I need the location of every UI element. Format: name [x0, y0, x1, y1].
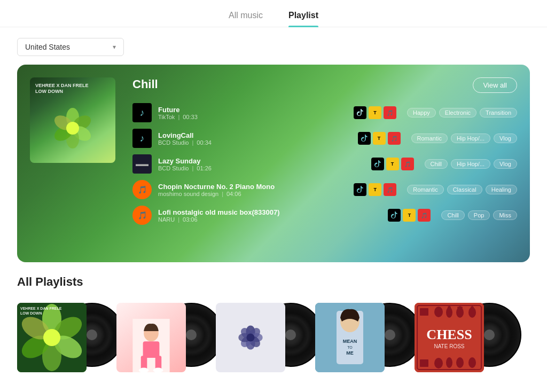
tiktok-platform-icon[interactable] [354, 183, 366, 196]
tiktok-platform-icon[interactable] [358, 132, 371, 145]
track-tags: Chill Pop Miss [441, 210, 517, 220]
svg-rect-43 [426, 309, 428, 313]
tag-happy: Happy [407, 108, 436, 117]
track-meta: moshimo sound design | 04:06 [158, 191, 347, 197]
svg-point-46 [448, 306, 451, 309]
svg-point-14 [43, 329, 60, 346]
track-row[interactable]: ♪ LovingCall BCD Studio | 00:34 T 🎵 [132, 126, 517, 151]
tiktok-platform-icon[interactable] [371, 158, 384, 170]
tag-transition: Transition [480, 108, 517, 117]
playlist-card-rose[interactable] [216, 297, 307, 372]
svg-text:NATE ROSS: NATE ROSS [434, 343, 464, 349]
album-cover-rose [216, 303, 285, 372]
svg-point-6 [66, 122, 79, 135]
separator: | [192, 165, 193, 171]
track-duration: 00:33 [183, 114, 198, 120]
tiktok-thumb-icon: ♪ [140, 133, 145, 144]
track-name: Future [158, 106, 347, 114]
region-dropdown[interactable]: United States ▾ [17, 38, 124, 56]
playlist-album-art [216, 297, 307, 372]
album-cover-lowdown: VEHREE X DAN FRELELOW DOWN [17, 303, 87, 372]
track-thumbnail: 🎵 [132, 206, 152, 225]
moshimo-thumb-icon: 🎵 [138, 185, 147, 194]
rose-graphic [232, 319, 269, 356]
svg-point-58 [446, 357, 452, 368]
playlist-album-art: GASLIGHT [116, 297, 207, 372]
svg-text:ME: ME [346, 350, 354, 356]
view-all-button[interactable]: View all [473, 77, 517, 93]
playlist-card-gaslight[interactable]: GASLIGHT [116, 297, 207, 372]
all-playlists-section: All Playlists VEHREE X DAN FRELELOW DOWN [0, 262, 547, 372]
tag-2: Miss [493, 210, 517, 220]
tiktok-platform-icon[interactable] [388, 209, 401, 222]
track-info: LovingCall BCD Studio | 00:34 [158, 131, 351, 146]
track-name: Lofi nostalgic old music box(833007) [158, 208, 381, 216]
playlist-card-mean[interactable]: MEAN TO ME [315, 297, 406, 372]
track-tags: Chill Hip Hop/... Vlog [425, 159, 517, 169]
track-row[interactable]: ♪ Future TikTok | 00:33 T 🎵 [132, 100, 517, 126]
playlist-album-art: CHESS NATE ROSS [415, 297, 505, 372]
track-name: LovingCall [158, 131, 351, 139]
track-platforms: T 🎵 [371, 158, 414, 170]
red-platform-icon[interactable]: 🎵 [384, 106, 396, 119]
tab-playlist[interactable]: Playlist [288, 6, 318, 27]
svg-text:TO: TO [347, 346, 353, 349]
tag-2: Healing [486, 185, 517, 194]
track-name: Chopin Nocturne No. 2 Piano Mono [158, 183, 347, 191]
tunecore-platform-icon[interactable]: T [386, 158, 399, 170]
tiktok-thumb-icon: ♪ [140, 107, 145, 119]
track-source: BCD Studio [158, 139, 189, 146]
track-duration: 00:34 [197, 139, 212, 146]
svg-rect-56 [420, 359, 428, 367]
tag-0: Chill [425, 159, 448, 169]
lowdown-album-text: VEHREE X DAN FRELELOW DOWN [20, 306, 61, 316]
track-row[interactable]: 🎵 Lofi nostalgic old music box(833007) N… [132, 202, 517, 228]
track-duration: 03:06 [183, 216, 198, 223]
album-cover-gaslight: GASLIGHT [116, 303, 186, 372]
album-cover-mean: MEAN TO ME [315, 303, 385, 372]
track-info: Future TikTok | 00:33 [158, 106, 347, 120]
svg-point-59 [456, 357, 464, 368]
red-platform-icon[interactable]: 🎵 [384, 183, 396, 196]
nav-tabs: All music Playlist [0, 0, 547, 27]
tab-all-music[interactable]: All music [229, 6, 263, 27]
svg-rect-17 [143, 341, 160, 358]
track-platforms: T 🎵 [358, 132, 401, 145]
gaslight-figure: GASLIGHT [127, 319, 175, 372]
red-platform-icon[interactable]: 🎵 [388, 132, 401, 145]
playlist-album-art: MEAN TO ME [315, 297, 406, 372]
tunecore-platform-icon[interactable]: T [369, 106, 381, 119]
tunecore-platform-icon[interactable]: T [403, 209, 416, 222]
svg-point-32 [246, 333, 254, 341]
tag-electronic: Electronic [439, 108, 476, 117]
track-row[interactable]: ▬▬ Lazy Sunday BCD Studio | 01:26 T 🎵 [132, 151, 517, 177]
track-platforms: T 🎵 [354, 183, 396, 196]
separator: | [192, 139, 193, 146]
chevron-down-icon: ▾ [113, 43, 116, 51]
track-meta: NARU | 03:06 [158, 216, 381, 223]
album-art-label: VEHREE X DAN FRELELOW DOWN [35, 83, 89, 95]
track-thumbnail: ♪ [132, 103, 152, 122]
all-playlists-title: All Playlists [17, 275, 530, 289]
banner-content: Chill ♪ Future TikTok | 00:33 [132, 77, 517, 228]
track-row[interactable]: 🎵 Chopin Nocturne No. 2 Piano Mono moshi… [132, 177, 517, 202]
tag-2: Vlog [494, 159, 517, 169]
track-tags: Romantic Hip Hop/... Vlog [411, 134, 517, 143]
tag-0: Chill [441, 210, 464, 220]
red-platform-icon[interactable]: 🎵 [401, 158, 414, 170]
track-duration: 01:26 [197, 165, 212, 171]
track-source: TikTok [158, 114, 175, 120]
playlist-card-chess[interactable]: CHESS NATE ROSS [415, 297, 505, 372]
tunecore-platform-icon[interactable]: T [373, 132, 386, 145]
playlist-card-lowdown[interactable]: VEHREE X DAN FRELELOW DOWN [17, 297, 108, 372]
tunecore-platform-icon[interactable]: T [369, 183, 381, 196]
track-info: Lofi nostalgic old music box(833007) NAR… [158, 208, 381, 223]
album-cover-chess: CHESS NATE ROSS [415, 303, 484, 372]
red-platform-icon[interactable]: 🎵 [418, 209, 431, 222]
tiktok-platform-icon[interactable] [354, 106, 366, 119]
track-info: Chopin Nocturne No. 2 Piano Mono moshimo… [158, 183, 347, 197]
featured-playlist-banner: VEHREE X DAN FRELELOW DOWN Chill ♪ Futur… [17, 65, 530, 262]
track-platforms: T 🎵 [388, 209, 431, 222]
track-tags: Happy Electronic Transition [407, 108, 517, 117]
svg-text:CHESS: CHESS [426, 327, 472, 342]
